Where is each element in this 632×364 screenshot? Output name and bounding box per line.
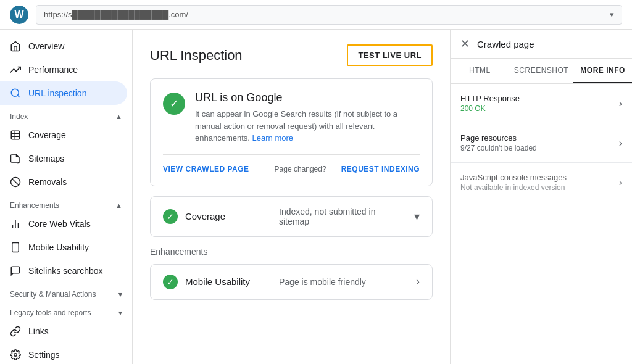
url-status-card: ✓ URL is on Google It can appear in Goog… bbox=[150, 78, 433, 186]
sidebar-label-coverage: Coverage bbox=[28, 130, 66, 140]
sidebar-label-settings: Settings bbox=[28, 350, 60, 360]
http-response-value: 200 OK bbox=[460, 104, 617, 113]
performance-icon bbox=[10, 64, 21, 75]
sidebar: Overview Performance URL inspection Inde… bbox=[0, 30, 133, 364]
sidebar-item-sitemaps[interactable]: Sitemaps bbox=[0, 147, 127, 170]
page-title-row: URL Inspection TEST LIVE URL bbox=[150, 44, 433, 66]
page-changed-label: Page changed? bbox=[275, 165, 326, 173]
url-text: https://s█████████████████.com/ bbox=[44, 10, 188, 19]
js-console-row: JavaScript console messages Not availabl… bbox=[451, 163, 632, 202]
sidebar-label-core-web-vitals: Core Web Vitals bbox=[28, 219, 91, 229]
sidebar-item-core-web-vitals[interactable]: Core Web Vitals bbox=[0, 212, 127, 236]
tab-more-info[interactable]: MORE INFO bbox=[573, 59, 632, 83]
page-resources-text: Page resources 9/27 couldn't be loaded bbox=[460, 133, 617, 152]
http-response-row[interactable]: HTTP Response 200 OK › bbox=[451, 84, 632, 123]
sidebar-label-url-inspection: URL inspection bbox=[28, 88, 86, 98]
request-indexing-button[interactable]: REQUEST INDEXING bbox=[341, 165, 420, 173]
status-row: ✓ URL is on Google It can appear in Goog… bbox=[163, 91, 420, 144]
view-crawled-page-button[interactable]: VIEW CRAWLED PAGE bbox=[163, 165, 249, 173]
status-desc-text: It can appear in Google Search results (… bbox=[195, 109, 397, 143]
tab-html[interactable]: HTML bbox=[451, 59, 509, 83]
http-response-label: HTTP Response bbox=[460, 94, 617, 103]
url-dropdown-icon[interactable]: ▾ bbox=[610, 10, 614, 19]
tab-screenshot[interactable]: SCREENSHOT bbox=[509, 59, 573, 83]
svg-rect-2 bbox=[11, 131, 20, 139]
panel-content: HTTP Response 200 OK › Page resources 9/… bbox=[451, 84, 632, 364]
sidebar-label-links: Links bbox=[28, 326, 49, 336]
page-resources-row[interactable]: Page resources 9/27 couldn't be loaded › bbox=[451, 123, 632, 163]
url-bar[interactable]: https://s█████████████████.com/ ▾ bbox=[36, 5, 622, 25]
sidebar-label-removals: Removals bbox=[28, 177, 67, 187]
page-resources-label: Page resources bbox=[460, 133, 617, 143]
coverage-check-icon: ✓ bbox=[163, 209, 178, 224]
sidebar-item-overview[interactable]: Overview bbox=[0, 35, 127, 58]
removals-icon bbox=[10, 176, 21, 188]
index-section-label: Index bbox=[10, 112, 28, 121]
sidebar-item-url-inspection[interactable]: URL inspection bbox=[0, 81, 127, 105]
panel-tabs: HTML SCREENSHOT MORE INFO bbox=[451, 59, 632, 84]
mobile-usability-label: Mobile Usability bbox=[185, 276, 272, 287]
js-console-label: JavaScript console messages bbox=[460, 173, 617, 182]
security-section-header[interactable]: Security & Manual Actions ▾ bbox=[0, 283, 132, 301]
http-response-chevron-icon: › bbox=[619, 98, 622, 109]
home-icon bbox=[10, 41, 21, 52]
legacy-section-header[interactable]: Legacy tools and reports ▾ bbox=[0, 301, 132, 320]
right-panel: ✕ Crawled page HTML SCREENSHOT MORE INFO… bbox=[450, 30, 632, 364]
mobile-usability-card[interactable]: ✓ Mobile Usability Page is mobile friend… bbox=[150, 264, 433, 300]
mobile-usability-chevron-icon: › bbox=[416, 275, 420, 288]
svg-line-1 bbox=[17, 95, 19, 97]
close-panel-button[interactable]: ✕ bbox=[460, 37, 470, 51]
status-title: URL is on Google bbox=[195, 91, 420, 104]
sidebar-item-removals[interactable]: Removals bbox=[0, 170, 127, 194]
panel-title: Crawled page bbox=[477, 39, 534, 49]
sidebar-label-overview: Overview bbox=[28, 41, 64, 51]
sidebar-label-performance: Performance bbox=[28, 65, 78, 75]
enhancements-section-label: Enhancements bbox=[150, 247, 433, 257]
svg-line-7 bbox=[12, 179, 19, 186]
page-title: URL Inspection bbox=[150, 48, 243, 64]
mobile-usability-status: Page is mobile friendly bbox=[279, 277, 409, 287]
security-collapse-icon[interactable]: ▾ bbox=[118, 291, 122, 299]
sidebar-item-links[interactable]: Links bbox=[0, 320, 127, 343]
page-resources-chevron-icon: › bbox=[619, 138, 622, 149]
content-area: URL Inspection TEST LIVE URL ✓ URL is on… bbox=[133, 30, 450, 364]
coverage-card[interactable]: ✓ Coverage Indexed, not submitted in sit… bbox=[150, 196, 433, 237]
sidebar-label-sitelinks-searchbox: Sitelinks searchbox bbox=[28, 266, 103, 276]
sidebar-item-settings[interactable]: Settings bbox=[0, 343, 127, 364]
status-desc: It can appear in Google Search results (… bbox=[195, 108, 420, 144]
links-icon bbox=[10, 326, 21, 337]
mobile-icon bbox=[10, 242, 21, 253]
test-live-url-button[interactable]: TEST LIVE URL bbox=[347, 44, 433, 66]
learn-more-link[interactable]: Learn more bbox=[252, 133, 293, 143]
main-layout: Overview Performance URL inspection Inde… bbox=[0, 30, 632, 364]
mobile-usability-check-icon: ✓ bbox=[163, 275, 178, 289]
sitelinks-icon bbox=[10, 265, 21, 276]
status-check-icon: ✓ bbox=[163, 93, 185, 115]
top-bar: W https://s█████████████████.com/ ▾ bbox=[0, 0, 632, 30]
svg-point-10 bbox=[14, 354, 17, 357]
sidebar-item-sitelinks-searchbox[interactable]: Sitelinks searchbox bbox=[0, 259, 127, 283]
legacy-collapse-icon[interactable]: ▾ bbox=[118, 309, 122, 317]
index-section-header: Index ▲ bbox=[0, 105, 132, 123]
settings-icon bbox=[10, 349, 21, 360]
security-section-label: Security & Manual Actions bbox=[10, 290, 96, 299]
sidebar-label-sitemaps: Sitemaps bbox=[28, 154, 64, 163]
legacy-section-label: Legacy tools and reports bbox=[10, 308, 91, 317]
sidebar-item-mobile-usability[interactable]: Mobile Usability bbox=[0, 236, 127, 259]
js-console-chevron-icon: › bbox=[619, 177, 622, 188]
http-response-text: HTTP Response 200 OK bbox=[460, 94, 617, 113]
js-console-value: Not available in indexed version bbox=[460, 183, 617, 192]
coverage-chevron-icon: ▾ bbox=[414, 210, 420, 223]
js-console-text: JavaScript console messages Not availabl… bbox=[460, 173, 617, 192]
enhancements-collapse-icon[interactable]: ▲ bbox=[115, 202, 122, 209]
index-collapse-icon[interactable]: ▲ bbox=[115, 113, 122, 120]
card-actions: VIEW CRAWLED PAGE Page changed? REQUEST … bbox=[163, 154, 420, 173]
coverage-status: Indexed, not submitted in sitemap bbox=[279, 207, 407, 226]
sidebar-item-performance[interactable]: Performance bbox=[0, 58, 127, 81]
coverage-icon bbox=[10, 130, 21, 141]
enhancements-section-header: Enhancements ▲ bbox=[0, 194, 132, 212]
core-web-vitals-icon bbox=[10, 218, 21, 230]
coverage-label: Coverage bbox=[185, 211, 272, 221]
right-panel-header: ✕ Crawled page bbox=[451, 30, 632, 59]
sidebar-item-coverage[interactable]: Coverage bbox=[0, 123, 127, 147]
